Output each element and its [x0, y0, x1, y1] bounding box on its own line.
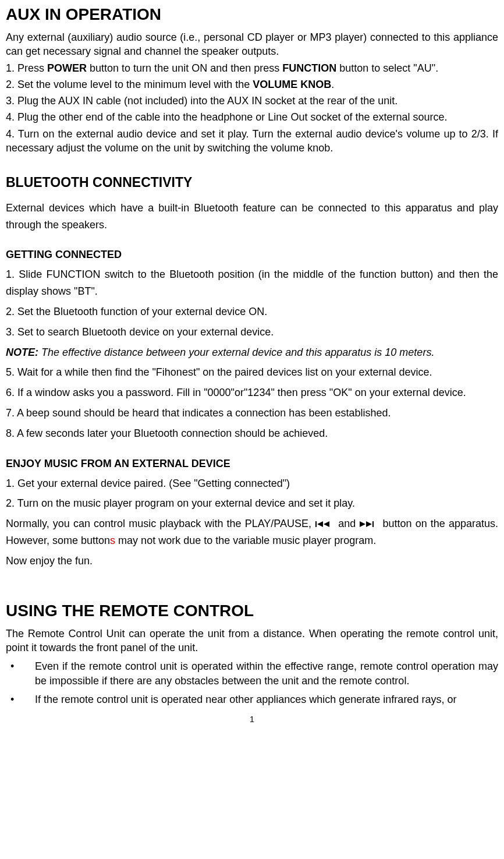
subsection-getting-connected: GETTING CONNECTED [6, 247, 498, 263]
aux-step-3: 3. Plug the AUX IN cable (not included) … [6, 94, 498, 108]
skip-forward-icon [359, 521, 379, 528]
aux-step-4a: 4. Plug the other end of the cable into … [6, 110, 498, 124]
svg-marker-3 [360, 521, 365, 527]
remote-bullet-1: Even if the remote control unit is opera… [6, 659, 498, 688]
bt-note: NOTE: The effective distance between you… [6, 344, 498, 361]
page-number: 1 [6, 713, 498, 726]
bt-step-3: 3. Set to search Bluetooth device on you… [6, 324, 498, 341]
aux-step-2: 2. Set the volume level to the minimum l… [6, 77, 498, 91]
aux-step-1: 1. Press POWER button to turn the unit O… [6, 61, 498, 75]
bt-step-6: 6. If a window asks you a password. Fill… [6, 384, 498, 401]
remote-bullet-2: If the remote control unit is operated n… [6, 692, 498, 707]
svg-rect-5 [372, 521, 374, 527]
aux-step-4b: 4. Turn on the external audio device and… [6, 127, 498, 155]
bt-step-1: 1. Slide FUNCTION switch to the Bluetoot… [6, 266, 498, 300]
remote-bullet-list: Even if the remote control unit is opera… [6, 659, 498, 707]
enjoy-step-3: Normally, you can control music playback… [6, 515, 498, 549]
subsection-enjoy-music: ENJOY MUSIC FROM AN EXTERNAL DEVICE [6, 456, 498, 472]
bt-step-7: 7. A beep sound should be heard that ind… [6, 405, 498, 422]
remote-intro: The Remote Control Unit can operate the … [6, 627, 498, 655]
enjoy-step-1: 1. Get your external device paired. (See… [6, 475, 498, 492]
bt-step-8: 8. A few seconds later your Bluetooth co… [6, 425, 498, 442]
bt-step-5: 5. Wait for a while then find the "Fihon… [6, 364, 498, 381]
section-title-aux: AUX IN OPERATION [6, 2, 498, 27]
enjoy-step-2: 2. Turn on the music player program on y… [6, 495, 498, 512]
svg-marker-1 [317, 521, 323, 527]
section-title-bluetooth: BLUETOOTH CONNECTIVITY [6, 172, 498, 193]
svg-marker-2 [324, 521, 329, 527]
aux-intro: Any external (auxiliary) audio source (i… [6, 30, 498, 59]
svg-rect-0 [315, 521, 317, 527]
enjoy-step-4: Now enjoy the fun. [6, 553, 498, 570]
skip-back-icon [315, 521, 335, 528]
svg-marker-4 [366, 521, 372, 527]
bt-step-2: 2. Set the Bluetooth function of your ex… [6, 303, 498, 320]
section-title-remote: USING THE REMOTE CONTROL [6, 599, 498, 623]
bluetooth-intro: External devices which have a built-in B… [6, 200, 498, 234]
